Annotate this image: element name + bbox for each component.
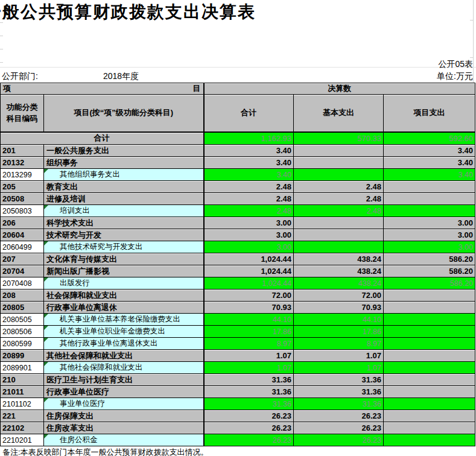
header-item-right: 目: [193, 83, 201, 94]
cell-basic: [294, 241, 384, 253]
cell-code: 20704: [1, 265, 44, 277]
page-title: 一般公共预算财政拨款支出决算表: [0, 1, 256, 24]
cell-basic: 31.36: [294, 386, 384, 398]
gridline: [0, 36, 3, 36]
cell-basic: 72.00: [294, 290, 384, 302]
cell-name: 进修及培训: [44, 193, 204, 205]
cell-code: 20805: [1, 302, 44, 314]
cell-code: 21011: [1, 386, 44, 398]
header-item-left: 项: [3, 83, 11, 94]
cell-total: 3.00: [204, 229, 294, 241]
cell-total: 26.23: [204, 434, 294, 446]
table-row: 2210201 住房公积金 26.23 26.23: [1, 434, 475, 446]
table-row: 201 一般公共服务支出 3.40 3.40: [1, 145, 475, 157]
cell-project: [384, 338, 475, 350]
cell-name: 培训支出: [44, 205, 204, 217]
cell-name: 技术研究与开发: [44, 229, 204, 241]
cell-project: 3.40: [384, 169, 475, 181]
table-row: 2013299 其他组织事务支出 3.40 3.40: [1, 169, 475, 181]
cell-basic: 44.10: [294, 314, 384, 326]
cell-code: 2089901: [1, 362, 44, 374]
cell-project: [384, 386, 475, 398]
table-code: 公开05表: [438, 59, 473, 70]
cell-basic: 26.23: [294, 410, 384, 422]
cell-total: 31.36: [204, 398, 294, 410]
table-row: 2070408 出版发行 1,024.44 438.24 586.20: [1, 277, 475, 290]
cell-basic: 26.23: [294, 422, 384, 434]
table-row: 21011 行政事业单位医疗 31.36 31.36: [1, 386, 475, 398]
total-row-basic: 570.33: [294, 132, 384, 145]
cell-basic: 2.48: [294, 193, 384, 205]
cell-code: 207: [1, 253, 44, 265]
cell-basic: 31.36: [294, 374, 384, 386]
table-row: 207 文化体育与传媒支出 1,024.44 438.24 586.20: [1, 253, 475, 265]
cell-project: 3.40: [384, 145, 475, 157]
error-indicator-triangle-icon: [44, 169, 48, 173]
cell-code: 2080505: [1, 314, 44, 326]
cell-project: [384, 193, 475, 205]
total-row-total: 1,162.93: [204, 132, 294, 145]
cell-total: 1,024.44: [204, 253, 294, 265]
cell-total: 26.23: [204, 422, 294, 434]
cell-total: 26.23: [204, 410, 294, 422]
cell-basic: 438.24: [294, 253, 384, 265]
cell-project: [384, 350, 475, 362]
gridline: [0, 22, 3, 23]
cell-basic: 31.36: [294, 398, 384, 410]
gridline: [0, 67, 476, 68]
table-row: 20604 技术研究与开发 3.00 3.00: [1, 229, 475, 241]
table-row: 20899 其他社会保障和就业支出 1.07 1.07: [1, 350, 475, 362]
cell-code: 20604: [1, 229, 44, 241]
table-row: 205 教育支出 2.48 2.48: [1, 181, 475, 193]
cell-basic: 8.97: [294, 338, 384, 350]
cell-project: 586.20: [384, 277, 475, 290]
cell-total: 1.07: [204, 362, 294, 374]
cell-name: 其他行政事业单位离退休支出: [44, 338, 204, 350]
cell-name: 文化体育与传媒支出: [44, 253, 204, 265]
error-indicator-triangle-icon: [44, 362, 48, 366]
cell-total: 31.36: [204, 386, 294, 398]
error-indicator-triangle-icon: [44, 205, 48, 209]
cell-name: 住房公积金: [44, 434, 204, 446]
total-row-project: 592.60: [384, 132, 475, 145]
cell-project: 586.20: [384, 265, 475, 277]
cell-basic: [294, 169, 384, 181]
error-indicator-triangle-icon: [44, 338, 48, 342]
error-indicator-triangle-icon: [44, 241, 48, 245]
cell-total: 3.40: [204, 169, 294, 181]
table-row: 210 医疗卫生与计划生育支出 31.36 31.36: [1, 374, 475, 386]
cell-code: 2060499: [1, 241, 44, 253]
cell-name: 社会保障和就业支出: [44, 290, 204, 302]
cell-name: 行政事业单位医疗: [44, 386, 204, 398]
header-row-columns: 功能分类科目编码 项目(按“项”级功能分类科目) 合计 基本支出 项目支出: [1, 95, 475, 132]
accounts-table: 项 目 决算数 功能分类科目编码 项目(按“项”级功能分类科目) 合计 基本支出…: [0, 83, 475, 446]
error-indicator-triangle-icon: [44, 277, 48, 282]
cell-total: 2.48: [204, 181, 294, 193]
cell-total: 44.10: [204, 314, 294, 326]
spreadsheet-page: 一般公共预算财政拨款支出决算表 公开05表 公开部门: 2018年度 单位:万元…: [0, 0, 476, 456]
table-row: 206 科学技术支出 3.00 3.00: [1, 217, 475, 229]
note: 备注:本表反映部门本年度一般公共预算财政拨款支出情况。: [2, 447, 209, 456]
cell-name: 机关事业单位基本养老保险缴费支出: [44, 314, 204, 326]
cell-project: [384, 181, 475, 193]
cell-basic: 1.07: [294, 350, 384, 362]
cell-name: 一般公共服务支出: [44, 145, 204, 157]
cell-code: 2050803: [1, 205, 44, 217]
cell-name: 行政事业单位离退休: [44, 302, 204, 314]
table-row: 208 社会保障和就业支出 72.00 72.00: [1, 290, 475, 302]
cell-project: 3.00: [384, 241, 475, 253]
cell-code: 20132: [1, 157, 44, 169]
unit-label: 单位:万元: [437, 71, 473, 82]
error-indicator-triangle-icon: [44, 326, 48, 330]
cell-name: 组织事务: [44, 157, 204, 169]
cell-name: 机关事业单位职业年金缴费支出: [44, 326, 204, 338]
cell-project: [384, 290, 475, 302]
table-row: 2050803 培训支出 2.48 2.48: [1, 205, 475, 217]
header-basic-column: 基本支出: [294, 95, 384, 132]
table-row: 20805 行政事业单位离退休 70.93 70.93: [1, 302, 475, 314]
cell-total: 72.00: [204, 290, 294, 302]
cell-basic: 70.93: [294, 302, 384, 314]
cell-name: 其他社会保障和就业支出: [44, 350, 204, 362]
gridline: [470, 57, 474, 58]
cell-total: 31.36: [204, 374, 294, 386]
